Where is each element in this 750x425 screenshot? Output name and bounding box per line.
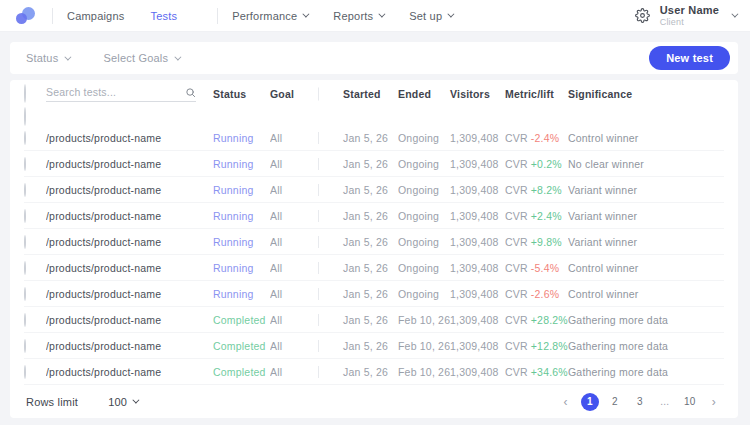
- test-name[interactable]: /products/product-name: [46, 340, 213, 352]
- goal-cell: All: [270, 132, 318, 144]
- ended-cell: Ongoing: [398, 158, 450, 170]
- chevron-down-icon[interactable]: [731, 11, 738, 18]
- row-checkbox[interactable]: [24, 287, 26, 301]
- visitors-cell: 1,309,408: [450, 366, 505, 378]
- table-row[interactable]: /products/product-name Running All Jan 5…: [24, 229, 724, 255]
- table-row[interactable]: /products/product-name Running All Jan 5…: [24, 125, 724, 151]
- metric-label: CVR: [505, 132, 528, 144]
- row-checkbox[interactable]: [24, 339, 26, 353]
- nav-label: Set up: [409, 10, 442, 22]
- pagination-next-icon[interactable]: ›: [706, 395, 722, 409]
- row-checkbox[interactable]: [24, 107, 26, 126]
- ended-cell: Feb 10, 26: [398, 340, 450, 352]
- metric-lift-cell: CVR-5.4%: [505, 262, 568, 274]
- column-header-significance[interactable]: Significance: [568, 88, 724, 100]
- significance-cell: Variant winner: [568, 210, 724, 222]
- row-checkbox[interactable]: [24, 183, 26, 197]
- test-name[interactable]: /products/product-name: [46, 236, 213, 248]
- test-name[interactable]: /products/product-name: [46, 314, 213, 326]
- column-header-status[interactable]: Status: [213, 88, 270, 100]
- search-icon[interactable]: [185, 87, 196, 98]
- column-header-started[interactable]: Started: [318, 88, 398, 100]
- metric-lift-cell: CVR+28.2%: [505, 314, 568, 326]
- status-cell: Completed: [213, 340, 270, 352]
- test-name[interactable]: /products/product-name: [46, 158, 213, 170]
- app-logo-icon[interactable]: [14, 6, 38, 26]
- nav-item-setup[interactable]: Set up: [409, 10, 452, 22]
- significance-cell: Variant winner: [568, 184, 724, 196]
- ended-cell: Feb 10, 26: [398, 366, 450, 378]
- ended-cell: Ongoing: [398, 262, 450, 274]
- nav-item-tests[interactable]: Tests: [150, 10, 177, 22]
- select-all-checkbox[interactable]: [24, 84, 26, 103]
- row-checkbox[interactable]: [24, 157, 26, 171]
- test-name[interactable]: /products/product-name: [46, 366, 213, 378]
- started-cell: Jan 5, 26: [318, 340, 398, 352]
- visitors-cell: 1,309,408: [450, 184, 505, 196]
- started-cell: Jan 5, 26: [318, 132, 398, 144]
- pagination-page[interactable]: 2: [606, 393, 624, 411]
- chevron-down-icon: [65, 53, 72, 60]
- significance-cell: Gathering more data: [568, 366, 724, 378]
- test-name[interactable]: /products/product-name: [46, 262, 213, 274]
- test-name[interactable]: /products/product-name: [46, 210, 213, 222]
- test-name[interactable]: /products/product-name: [46, 184, 213, 196]
- table-row[interactable]: /products/product-name Completed All Jan…: [24, 307, 724, 333]
- ended-cell: Ongoing: [398, 132, 450, 144]
- search-input[interactable]: [46, 86, 185, 98]
- rows-limit-dropdown[interactable]: 100: [108, 396, 137, 408]
- pagination-prev-icon[interactable]: ‹: [558, 395, 574, 409]
- column-header-visitors[interactable]: Visitors: [450, 88, 505, 100]
- settings-gear-icon[interactable]: [635, 8, 650, 23]
- column-header-metric-lift[interactable]: Metric/lift: [505, 88, 568, 100]
- status-filter-dropdown[interactable]: Status: [26, 52, 69, 64]
- goal-cell: All: [270, 210, 318, 222]
- significance-cell: Gathering more data: [568, 340, 724, 352]
- visitors-cell: 1,309,408: [450, 158, 505, 170]
- nav-item-performance[interactable]: Performance: [232, 10, 307, 22]
- lift-value: +9.8%: [531, 236, 562, 248]
- row-checkbox[interactable]: [24, 313, 26, 327]
- chevron-down-icon: [379, 11, 386, 18]
- row-checkbox[interactable]: [24, 261, 26, 275]
- goals-filter-dropdown[interactable]: Select Goals: [103, 52, 179, 64]
- chevron-down-icon: [303, 11, 310, 18]
- pagination-page[interactable]: 10: [681, 393, 699, 411]
- test-name[interactable]: /products/product-name: [46, 132, 213, 144]
- lift-value: -2.4%: [531, 132, 559, 144]
- column-header-goal[interactable]: Goal: [270, 88, 318, 100]
- test-name[interactable]: /products/product-name: [46, 288, 213, 300]
- lift-value: +8.2%: [531, 184, 562, 196]
- table-row[interactable]: /products/product-name Completed All Jan…: [24, 333, 724, 359]
- tests-table: Status Goal Started Ended Visitors Metri…: [10, 80, 738, 418]
- user-menu[interactable]: User Name Client: [660, 4, 719, 27]
- row-checkbox[interactable]: [24, 131, 26, 145]
- lift-value: -5.4%: [531, 262, 559, 274]
- ended-cell: Ongoing: [398, 184, 450, 196]
- visitors-cell: 1,309,408: [450, 236, 505, 248]
- goal-cell: All: [270, 314, 318, 326]
- nav-divider: [52, 8, 53, 24]
- table-row[interactable]: /products/product-name Running All Jan 5…: [24, 203, 724, 229]
- new-test-button[interactable]: New test: [649, 46, 730, 70]
- row-checkbox[interactable]: [24, 365, 26, 379]
- column-header-ended[interactable]: Ended: [398, 88, 450, 100]
- nav-item-campaigns[interactable]: Campaigns: [67, 10, 124, 22]
- lift-value: +12.8%: [531, 340, 568, 352]
- status-filter-label: Status: [26, 52, 58, 64]
- row-checkbox[interactable]: [24, 209, 26, 223]
- table-row[interactable]: /products/product-name Running All Jan 5…: [24, 151, 724, 177]
- metric-label: CVR: [505, 262, 528, 274]
- table-row[interactable]: /products/product-name Running All Jan 5…: [24, 255, 724, 281]
- ended-cell: Ongoing: [398, 288, 450, 300]
- ended-cell: Ongoing: [398, 236, 450, 248]
- pagination-page[interactable]: 3: [631, 393, 649, 411]
- pagination-page[interactable]: 1: [581, 393, 599, 411]
- nav-item-reports[interactable]: Reports: [333, 10, 383, 22]
- table-row[interactable]: /products/product-name Running All Jan 5…: [24, 177, 724, 203]
- table-row[interactable]: /products/product-name Completed All Jan…: [24, 359, 724, 385]
- metric-label: CVR: [505, 314, 528, 326]
- table-row[interactable]: /products/product-name Running All Jan 5…: [24, 281, 724, 307]
- row-checkbox[interactable]: [24, 235, 26, 249]
- nav-divider: [217, 8, 218, 24]
